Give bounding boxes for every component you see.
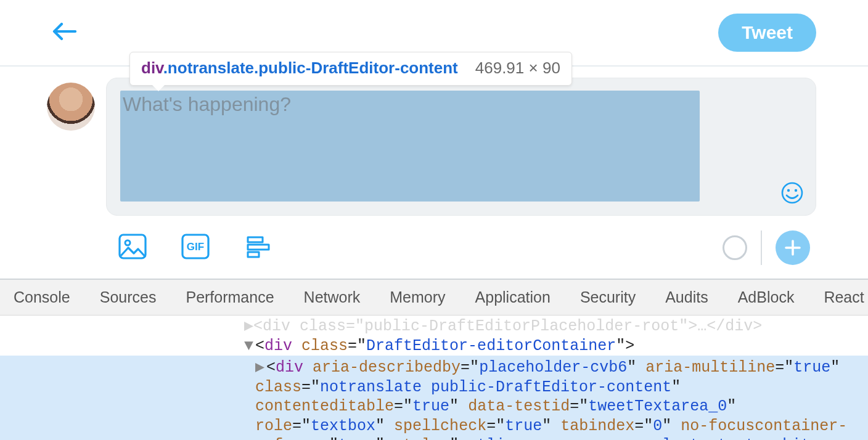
devtools-tabs: ConsoleSourcesPerformanceNetworkMemoryAp…	[0, 280, 868, 316]
devtools-tab-network[interactable]: Network	[304, 288, 361, 306]
devtools-tab-react[interactable]: React	[824, 288, 864, 306]
dom-row-cutoff: ▶<div class="public-DraftEditorPlacehold…	[244, 317, 861, 336]
devtools-elements-tree[interactable]: ▶<div class="public-DraftEditorPlacehold…	[0, 316, 868, 440]
add-poll-icon[interactable]	[243, 231, 274, 264]
devtools-panel: ConsoleSourcesPerformanceNetworkMemoryAp…	[0, 279, 868, 440]
char-count-ring	[723, 235, 747, 260]
emoji-button[interactable]	[780, 181, 805, 205]
compose-box[interactable]: What's happening?	[106, 78, 816, 216]
inspector-tooltip: div.notranslate.public-DraftEditor-conte…	[129, 52, 572, 86]
devtools-tab-adblock[interactable]: AdBlock	[738, 288, 795, 306]
compose-area: What's happening?	[0, 67, 868, 216]
avatar[interactable]	[47, 83, 95, 131]
devtools-tab-audits[interactable]: Audits	[665, 288, 708, 306]
devtools-tab-memory[interactable]: Memory	[390, 288, 445, 306]
compose-placeholder: What's happening?	[123, 93, 291, 116]
svg-point-1	[787, 189, 790, 192]
inspector-tooltip-dims: 469.91 × 90	[475, 59, 560, 78]
add-tweet-button[interactable]	[776, 230, 810, 265]
devtools-tab-performance[interactable]: Performance	[186, 288, 274, 306]
svg-text:GIF: GIF	[187, 241, 204, 253]
devtools-tab-security[interactable]: Security	[580, 288, 636, 306]
dom-row-selected[interactable]: ▶<div aria-describedby="placeholder-cvb6…	[0, 356, 868, 440]
devtools-tab-sources[interactable]: Sources	[100, 288, 157, 306]
inspector-highlight: What's happening?	[120, 91, 700, 202]
dom-row[interactable]: ▼<div class="DraftEditor-editorContainer…	[244, 336, 861, 356]
svg-point-4	[125, 240, 130, 245]
svg-point-2	[795, 189, 797, 192]
tweet-button[interactable]: Tweet	[718, 14, 816, 52]
devtools-tab-console[interactable]: Console	[14, 288, 70, 306]
svg-rect-3	[120, 235, 145, 258]
add-gif-icon[interactable]: GIF	[180, 231, 211, 264]
add-image-icon[interactable]	[117, 231, 148, 264]
compose-toolbar: GIF	[0, 216, 868, 279]
inspector-tooltip-selector: div.notranslate.public-DraftEditor-conte…	[141, 59, 458, 78]
divider	[761, 230, 762, 265]
svg-point-0	[782, 183, 802, 203]
back-button[interactable]	[52, 21, 76, 44]
devtools-tab-application[interactable]: Application	[475, 288, 551, 306]
